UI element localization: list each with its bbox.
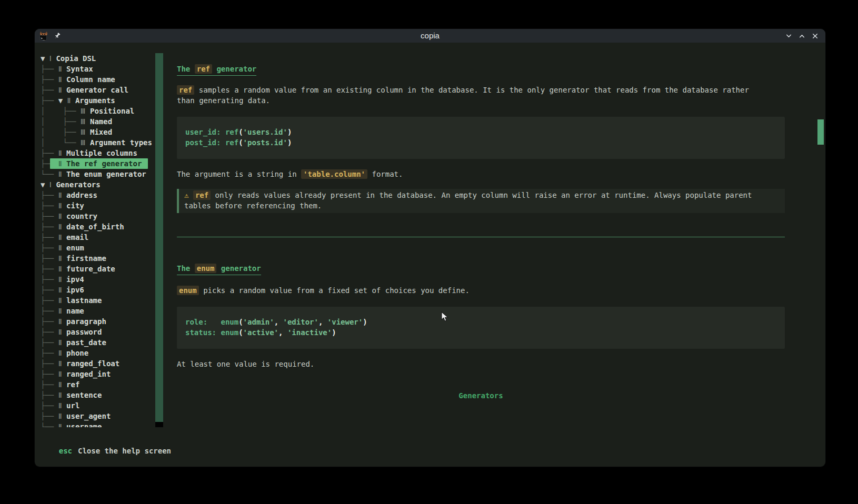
sidebar-item-date-of-birth[interactable]: ├── Ⅱ date_of_birth — [41, 221, 164, 232]
tree-entry[interactable]: Ⅲ Mixed — [81, 128, 112, 136]
sidebar-item-the-ref-generator[interactable]: ├── Ⅱ The ref generator — [41, 158, 164, 169]
sidebar-item-ranged-int[interactable]: ├── Ⅱ ranged_int — [41, 369, 164, 379]
sidebar-scrollbar-track[interactable] — [155, 422, 163, 427]
sidebar-item-name[interactable]: ├── Ⅱ name — [41, 306, 164, 316]
tree-entry[interactable]: Ⅱ Syntax — [58, 65, 93, 73]
sidebar-item-multiple-columns[interactable]: ├── Ⅱ Multiple columns — [41, 148, 164, 158]
selected-tree-entry[interactable]: Ⅱ The ref generator — [50, 158, 148, 169]
tree-entry[interactable]: Ⅱ date_of_birth — [58, 223, 124, 231]
tree-entry[interactable]: Ⅱ password — [58, 328, 102, 336]
tree-entry[interactable]: Ⅱ name — [58, 307, 84, 315]
tree-entry[interactable]: Ⅰ Copia DSL — [49, 54, 96, 63]
tree-entry[interactable]: Ⅲ Named — [81, 117, 112, 126]
sidebar-scrollbar[interactable] — [155, 53, 163, 427]
sidebar-item-generator-call[interactable]: ├── Ⅱ Generator call — [41, 85, 164, 95]
sidebar-item-password[interactable]: ├── Ⅱ password — [41, 327, 164, 337]
tree-connector: ├── — [41, 338, 58, 347]
sidebar-item-city[interactable]: ├── Ⅱ city — [41, 200, 164, 211]
sidebar-item-syntax[interactable]: ├── Ⅱ Syntax — [41, 64, 164, 74]
sidebar-item-mixed[interactable]: │ ├── Ⅲ Mixed — [41, 127, 164, 137]
sidebar-item-sentence[interactable]: ├── Ⅱ sentence — [41, 390, 164, 400]
sidebar-item-address[interactable]: ├── Ⅱ address — [41, 190, 164, 200]
sidebar-item-named[interactable]: │ ├── Ⅲ Named — [41, 116, 164, 127]
sidebar-item-label: sentence — [66, 391, 102, 399]
tree-entry[interactable]: Ⅱ ranged_int — [58, 370, 111, 378]
sidebar-item-the-enum-generator[interactable]: └── Ⅱ The enum generator — [41, 169, 164, 179]
sidebar-item-copia-dsl[interactable]: ▼ Ⅰ Copia DSL — [41, 53, 164, 64]
tree-entry[interactable]: Ⅱ Arguments — [67, 96, 115, 105]
tree-entry[interactable]: Ⅱ Column name — [58, 75, 115, 84]
pin-icon[interactable] — [53, 32, 61, 40]
sidebar-item-future-date[interactable]: ├── Ⅱ future_date — [41, 264, 164, 274]
sidebar-item-email[interactable]: ├── Ⅱ email — [41, 232, 164, 243]
sidebar-item-argument-types[interactable]: │ └── Ⅲ Argument types — [41, 137, 164, 148]
sidebar-item-phone[interactable]: ├── Ⅱ phone — [41, 348, 164, 358]
maximize-button[interactable] — [798, 32, 805, 39]
sidebar-item-arguments[interactable]: ├── ▼ Ⅱ Arguments — [41, 95, 164, 106]
titlebar[interactable]: >_ copia — [35, 29, 825, 43]
warning-note: ⚠ ref only reads values already present … — [177, 189, 785, 213]
tree-entry[interactable]: Ⅱ lastname — [58, 296, 102, 305]
statusbar: escClose the help screen — [35, 427, 825, 467]
tree-entry[interactable]: Ⅱ ranged_float — [58, 359, 119, 368]
heading-level-icon: Ⅱ — [58, 244, 66, 252]
sidebar-item-generators[interactable]: ▼ Ⅰ Generators — [41, 179, 164, 190]
sidebar-item-label: Arguments — [75, 96, 115, 105]
tree-entry[interactable]: Ⅱ past_date — [58, 338, 106, 347]
sidebar-item-paragraph[interactable]: ├── Ⅱ paragraph — [41, 316, 164, 327]
tree-entry[interactable]: Ⅰ Generators — [49, 180, 101, 189]
sidebar-item-firstname[interactable]: ├── Ⅱ firstname — [41, 253, 164, 264]
tree-entry[interactable]: Ⅱ country — [58, 212, 97, 220]
sidebar-item-user-agent[interactable]: ├── Ⅱ user_agent — [41, 411, 164, 421]
sidebar-item-ipv4[interactable]: ├── Ⅱ ipv4 — [41, 274, 164, 285]
close-button[interactable] — [811, 32, 819, 39]
tree-entry[interactable]: Ⅱ paragraph — [58, 317, 106, 326]
tree-entry[interactable]: Ⅱ ref — [58, 380, 80, 389]
collapse-arrow-icon[interactable]: ▼ — [41, 54, 49, 63]
text-run: The argument is a string in — [177, 170, 301, 178]
minimize-button[interactable] — [785, 32, 792, 39]
tree-entry[interactable]: Ⅱ Generator call — [58, 86, 128, 94]
tree-entry[interactable]: Ⅱ The enum generator — [58, 170, 146, 178]
sidebar-item-column-name[interactable]: ├── Ⅱ Column name — [41, 74, 164, 85]
sidebar-item-enum[interactable]: ├── Ⅱ enum — [41, 243, 164, 253]
tree-entry[interactable]: Ⅱ city — [58, 201, 84, 210]
code-line: role: enum('admin', 'editor', 'viewer') — [185, 317, 785, 327]
tree-entry[interactable]: Ⅱ phone — [58, 349, 88, 357]
tree-entry[interactable]: Ⅱ sentence — [58, 391, 102, 399]
collapse-arrow-icon[interactable]: ▼ — [58, 96, 67, 105]
heading-level-icon: Ⅱ — [58, 159, 66, 168]
code-token: 'inactive' — [287, 328, 332, 337]
collapse-arrow-icon[interactable]: ▼ — [41, 180, 49, 189]
tree-entry[interactable]: Ⅱ address — [58, 191, 97, 199]
code-token: status: — [185, 328, 216, 337]
warning-line: tables before referencing them. — [184, 200, 785, 211]
sidebar-item-past-date[interactable]: ├── Ⅱ past_date — [41, 337, 164, 348]
tree-entry[interactable]: Ⅱ ipv4 — [58, 275, 84, 284]
sidebar-item-lastname[interactable]: ├── Ⅱ lastname — [41, 295, 164, 306]
tree-entry[interactable]: Ⅲ Argument types — [81, 138, 152, 147]
tree-entry[interactable]: Ⅱ user_agent — [58, 412, 111, 420]
sidebar-item-ranged-float[interactable]: ├── Ⅱ ranged_float — [41, 358, 164, 369]
tree-entry[interactable]: Ⅱ Multiple columns — [58, 149, 137, 157]
sidebar-item-positional[interactable]: │ ├── Ⅲ Positional — [41, 106, 164, 116]
tree-entry[interactable]: Ⅱ url — [58, 401, 80, 410]
sidebar-item-url[interactable]: ├── Ⅱ url — [41, 400, 164, 411]
tree-entry[interactable]: Ⅱ future_date — [58, 265, 115, 273]
heading-level-icon: Ⅱ — [58, 401, 66, 410]
tree-entry[interactable]: Ⅱ username — [58, 422, 102, 427]
sidebar-item-label: ranged_float — [66, 359, 119, 368]
tree-entry[interactable]: Ⅱ enum — [58, 244, 84, 252]
sidebar-item-country[interactable]: ├── Ⅱ country — [41, 211, 164, 221]
sidebar-item-ipv6[interactable]: ├── Ⅱ ipv6 — [41, 285, 164, 295]
sidebar-item-username[interactable]: ├── Ⅱ username — [41, 421, 164, 427]
tree-entry[interactable]: Ⅱ email — [58, 233, 88, 241]
sidebar-item-ref[interactable]: ├── Ⅱ ref — [41, 379, 164, 390]
content-scrollbar-thumb[interactable] — [817, 119, 824, 145]
code-token: enum — [221, 328, 238, 337]
tree-entry[interactable]: Ⅲ Positional — [81, 107, 134, 115]
sidebar-scrollbar-thumb[interactable] — [155, 53, 163, 422]
tree-entry[interactable]: Ⅱ firstname — [58, 254, 106, 263]
tree-entry[interactable]: Ⅱ ipv6 — [58, 286, 84, 294]
doc-content: The ref generatorref samples a random va… — [177, 64, 785, 427]
